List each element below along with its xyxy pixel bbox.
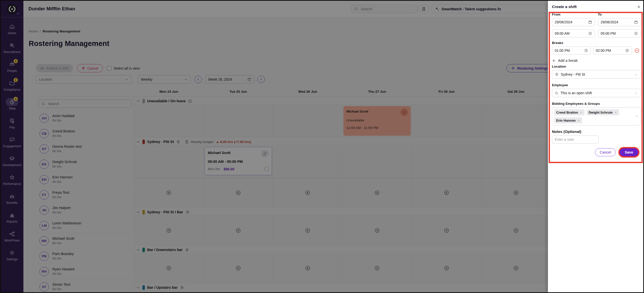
drawer-header: Create a shift xyxy=(552,5,641,9)
to-time-input[interactable]: 05:00 PM xyxy=(598,29,641,37)
break-start-input[interactable]: 01:00 PM xyxy=(552,46,591,55)
close-icon[interactable] xyxy=(637,5,641,9)
add-break-label: Add a break xyxy=(558,59,578,63)
calendar-icon xyxy=(588,20,592,24)
chevron-down-icon xyxy=(635,91,638,95)
chevron-down-icon xyxy=(635,115,638,118)
save-button[interactable]: Save xyxy=(620,148,638,156)
plus-icon xyxy=(552,59,556,63)
break-end-value: 02:00 PM xyxy=(596,48,611,53)
drawer-title: Create a shift xyxy=(552,5,577,9)
to-date-value: 29/06/2024 xyxy=(601,20,618,24)
clock-icon xyxy=(588,31,592,35)
remove-tag-icon[interactable] xyxy=(614,111,617,114)
location-select[interactable]: Sydney - Pitt St xyxy=(552,70,641,79)
from-time-value: 09:00 AM xyxy=(555,31,570,35)
location-label: Location xyxy=(552,65,641,68)
create-shift-drawer: Create a shift From To 29/06/2024 29/06/… xyxy=(548,1,644,292)
add-break-button[interactable]: Add a break xyxy=(552,59,641,63)
calendar-icon xyxy=(634,20,638,24)
to-date-input[interactable]: 29/06/2024 xyxy=(598,18,641,26)
to-time-value: 05:00 PM xyxy=(601,31,616,35)
remove-break-button[interactable] xyxy=(634,48,641,53)
bidding-tag: Dwight Schrute xyxy=(587,109,619,115)
employee-select[interactable]: This is an open shift xyxy=(552,89,641,97)
from-date-value: 29/06/2024 xyxy=(555,20,572,24)
clock-icon xyxy=(634,31,638,35)
from-date-input[interactable]: 29/06/2024 xyxy=(552,18,595,26)
location-select-value: Sydney - Pitt St xyxy=(561,72,585,76)
bidding-tag: Creed Bratton xyxy=(554,109,585,115)
bidding-tag-label: Erin Hannon xyxy=(556,119,576,122)
search-icon xyxy=(555,91,558,95)
remove-tag-icon[interactable] xyxy=(577,119,580,122)
cancel-button[interactable]: Cancel xyxy=(595,148,616,156)
break-end-input[interactable]: 02:00 PM xyxy=(593,46,632,55)
employee-select-value: This is an open shift xyxy=(560,91,592,95)
bidding-multiselect[interactable]: Creed BrattonDwight SchruteErin Hannon xyxy=(552,107,641,125)
bidding-tag: Erin Hannon xyxy=(554,117,582,123)
modal-dim-overlay xyxy=(1,1,548,292)
remove-tag-icon[interactable] xyxy=(580,111,583,114)
bidding-label: Bidding Employees & Groups xyxy=(552,102,641,106)
employee-label: Employee xyxy=(552,83,641,87)
bidding-tag-label: Dwight Schrute xyxy=(589,111,613,114)
pin-icon xyxy=(555,72,559,76)
clock-icon xyxy=(625,48,629,53)
chevron-down-icon xyxy=(635,73,638,76)
break-start-value: 01:00 PM xyxy=(555,48,570,53)
breaks-label: Breaks xyxy=(552,41,641,45)
to-label: To xyxy=(598,13,641,16)
from-label: From xyxy=(552,13,595,16)
from-time-input[interactable]: 09:00 AM xyxy=(552,29,595,37)
bidding-tag-label: Creed Bratton xyxy=(556,111,578,114)
notes-input[interactable] xyxy=(552,135,599,143)
clock-icon xyxy=(584,48,588,53)
notes-label: Notes (Optional) xyxy=(552,129,641,134)
app-window: HomeRecruitment3People2Compliance3TimePa… xyxy=(0,0,644,293)
drawer-actions: Cancel Save xyxy=(552,148,641,156)
